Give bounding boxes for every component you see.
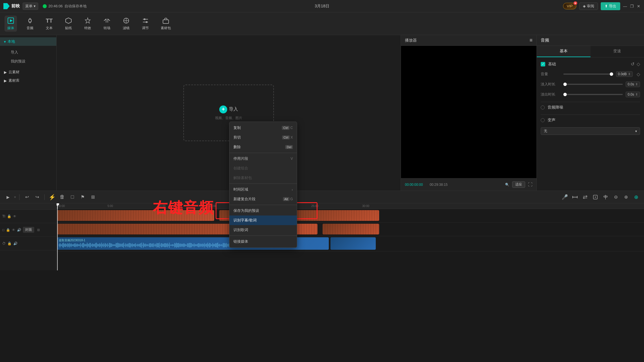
delete-button[interactable]: 🗑 bbox=[58, 193, 66, 201]
align-button[interactable] bbox=[602, 193, 609, 201]
fade-out-slider-thumb[interactable] bbox=[563, 93, 567, 96]
timeline-area: ▶ ▾ ↩ ↪ ⚡ 🗑 □ ⚑ ⊞ 🎤 ⊖ ⊕ ⊕ bbox=[0, 191, 644, 270]
import-button[interactable]: 导入 bbox=[11, 49, 52, 56]
zoom-out-button[interactable]: ⊖ bbox=[612, 193, 620, 201]
fade-out-slider[interactable] bbox=[563, 94, 623, 95]
menu-button[interactable]: 菜单 ▾ bbox=[23, 3, 38, 10]
player-right-controls: 🔍 适应 ⛶ bbox=[505, 181, 533, 188]
ctx-unpack[interactable]: 解除素材包 bbox=[229, 173, 297, 183]
toolbar-item-sticker[interactable]: 贴纸 bbox=[62, 16, 75, 32]
toolbar-item-text[interactable]: TT 文本 bbox=[43, 16, 55, 32]
volume-value: 0.0dB ⬍ bbox=[616, 71, 633, 77]
ctx-recognize-lyrics[interactable]: 识别歌词 bbox=[229, 225, 297, 235]
right-panel: 音频 基本 变速 ✓ 基础 ↺ ◇ 音量 bbox=[536, 35, 644, 191]
track-video-extra-icon[interactable]: ⊞ bbox=[37, 228, 40, 232]
audio-clip-2[interactable] bbox=[330, 237, 376, 250]
diamond-icon[interactable]: ◇ bbox=[637, 61, 640, 67]
track-label-audio: ⏱ 🔒 🔊 bbox=[0, 237, 56, 250]
fullscreen-icon[interactable]: ⛶ bbox=[528, 182, 533, 187]
volume-slider[interactable] bbox=[563, 74, 613, 75]
redo-button[interactable]: ↪ bbox=[33, 193, 41, 201]
toolbar-item-filter[interactable]: 滤镜 bbox=[120, 16, 132, 32]
track-audio-vol-icon[interactable]: 🔊 bbox=[13, 242, 18, 245]
transition-icon bbox=[103, 17, 111, 25]
tab-basic[interactable]: 基本 bbox=[537, 46, 591, 57]
sep2 bbox=[44, 194, 45, 200]
ctx-disable[interactable]: 停用片段 V bbox=[229, 154, 297, 163]
review-button[interactable]: ◈ 审阅 bbox=[579, 3, 598, 10]
track-lock-icon[interactable]: 🔒 bbox=[7, 214, 11, 218]
mic-button[interactable]: 🎤 bbox=[561, 193, 569, 201]
fade-in-stepper[interactable]: ⬍ bbox=[635, 82, 638, 86]
volume-stepper[interactable]: ⬍ bbox=[628, 72, 631, 76]
toolbar-item-pack[interactable]: 素材包 bbox=[158, 16, 173, 32]
close-button[interactable]: ✕ bbox=[637, 4, 641, 8]
track-video-lock-icon[interactable]: 🔒 bbox=[6, 228, 10, 232]
ctx-create-group-label: 创建组合 bbox=[233, 166, 248, 171]
track-row-text bbox=[57, 209, 644, 223]
toolbar-item-adjust[interactable]: 调节 bbox=[139, 16, 152, 32]
ctx-div1 bbox=[229, 153, 297, 153]
export-button[interactable]: ⬆ 导出 bbox=[601, 2, 620, 10]
ctx-new-compound[interactable]: 新建复合片段 Alt G bbox=[229, 194, 297, 204]
vip-button[interactable]: VIP ● bbox=[563, 3, 576, 9]
track-video-audio-icon[interactable]: 🔊 bbox=[17, 228, 21, 232]
restore-button[interactable]: ❐ bbox=[630, 4, 634, 8]
fade-in-slider-thumb[interactable] bbox=[563, 83, 567, 86]
add-button[interactable]: ⊕ bbox=[632, 193, 640, 201]
ctx-new-compound-label: 新建复合片段 bbox=[233, 197, 256, 202]
review-icon: ◈ bbox=[583, 4, 586, 8]
section-local[interactable]: ▾ 本地 bbox=[0, 37, 56, 46]
ctx-save-preset[interactable]: 保存为我的预设 bbox=[229, 206, 297, 216]
video-clip-2[interactable] bbox=[323, 224, 379, 234]
reset-icon[interactable]: ↺ bbox=[631, 61, 634, 67]
box-button[interactable]: □ bbox=[68, 193, 76, 201]
ctx-cut[interactable]: 剪切 Ctrl X bbox=[229, 133, 297, 142]
fade-out-stepper[interactable]: ⬍ bbox=[635, 92, 638, 96]
voice-toggle[interactable] bbox=[541, 118, 545, 122]
replace-button[interactable] bbox=[591, 193, 599, 201]
media-label: 媒体 bbox=[7, 26, 14, 31]
undo-button[interactable]: ↩ bbox=[23, 193, 31, 201]
player-menu-icon[interactable]: ≡ bbox=[529, 37, 533, 43]
ctx-delete[interactable]: 删除 Del bbox=[229, 142, 297, 152]
ctx-time-range[interactable]: 时间区域 › bbox=[229, 185, 297, 194]
ctx-recognize-subtitle[interactable]: 识别字幕/歌词 bbox=[229, 216, 297, 225]
minimize-button[interactable]: — bbox=[623, 4, 627, 8]
basic-checkbox[interactable]: ✓ bbox=[541, 62, 545, 66]
voice-select[interactable]: 无 ▾ bbox=[541, 127, 640, 135]
ctx-copy[interactable]: 复制 Ctrl C bbox=[229, 123, 297, 133]
swap-button[interactable] bbox=[581, 193, 589, 201]
ctx-copy-label: 复制 bbox=[233, 125, 241, 130]
track-audio-lock-icon[interactable]: 🔒 bbox=[7, 242, 12, 245]
toolbar-item-audio[interactable]: 音频 bbox=[24, 16, 36, 32]
volume-slider-thumb[interactable] bbox=[610, 72, 613, 76]
volume-diamond[interactable]: ◇ bbox=[637, 72, 640, 77]
grid-button[interactable]: ⊞ bbox=[89, 193, 97, 201]
ctx-create-group[interactable]: 创建组合 bbox=[229, 163, 297, 173]
track-video-eye-icon[interactable]: 👁 bbox=[12, 228, 15, 232]
select-tool-button[interactable]: ▶ bbox=[4, 193, 12, 201]
logo-text: 前映 bbox=[11, 3, 20, 9]
noise-toggle[interactable] bbox=[541, 105, 545, 109]
section-cloud[interactable]: ▶ 云素材 bbox=[0, 68, 56, 76]
ctx-link-media-label: 链接媒体 bbox=[233, 239, 248, 244]
split-button[interactable]: ⚡ bbox=[48, 193, 56, 201]
import-label: 导入 bbox=[229, 106, 238, 112]
section-library[interactable]: ▶ 素材库 bbox=[0, 76, 56, 85]
toolbar-item-media[interactable]: 媒体 bbox=[5, 16, 17, 32]
flag-button[interactable]: ⚑ bbox=[79, 193, 87, 201]
toolbar-item-transition[interactable]: 转场 bbox=[101, 16, 113, 32]
fade-in-slider[interactable] bbox=[563, 84, 623, 85]
toolbar-item-effect[interactable]: 特效 bbox=[81, 16, 94, 32]
text-clip-3[interactable] bbox=[283, 210, 379, 221]
track-eye-icon[interactable]: 👁 bbox=[13, 214, 16, 218]
player-search-icon[interactable]: 🔍 bbox=[505, 183, 509, 187]
extend-button[interactable] bbox=[571, 193, 579, 201]
fit-button[interactable]: 适应 bbox=[512, 181, 525, 188]
zoom-in-button[interactable]: ⊕ bbox=[622, 193, 630, 201]
ctx-link-media[interactable]: 链接媒体 bbox=[229, 237, 297, 246]
svg-marker-1 bbox=[10, 19, 13, 22]
my-presets-button[interactable]: 我的预设 bbox=[11, 58, 52, 65]
tab-speed[interactable]: 变速 bbox=[591, 46, 644, 57]
